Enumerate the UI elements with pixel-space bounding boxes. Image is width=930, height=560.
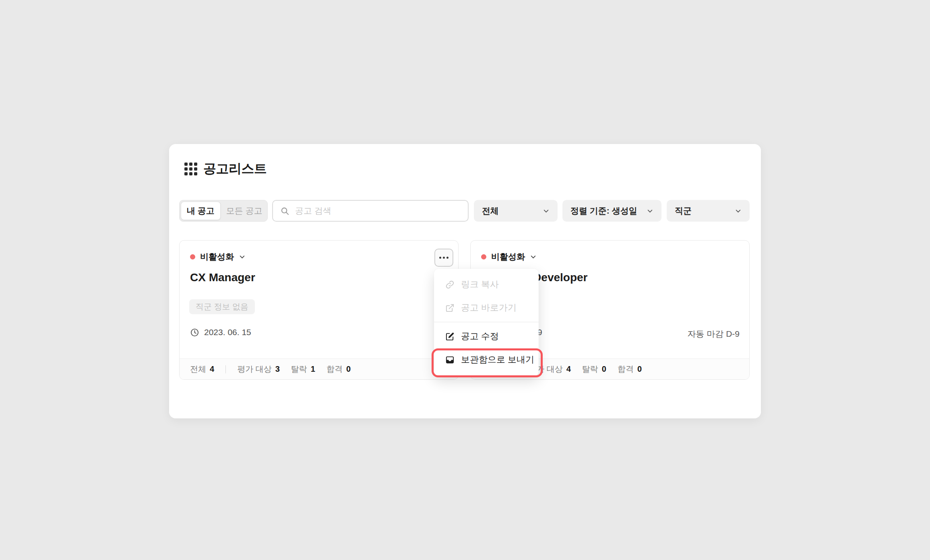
controls-row: 내 공고 모든 공고 전체 정렬 기준: 생성일 직군 bbox=[169, 200, 761, 222]
stat-reject: 탈락 1 bbox=[291, 364, 315, 375]
posting-card-cx-manager: 비활성화 CX Manager 직군 정보 없음 2023. 06. 15 전체… bbox=[179, 240, 459, 380]
stat-total-value: 4 bbox=[210, 364, 214, 374]
status-label: 비활성화 bbox=[491, 251, 525, 262]
menu-item-open-posting[interactable]: 공고 바로가기 bbox=[434, 296, 539, 319]
stat-reject-value: 0 bbox=[602, 364, 606, 374]
tab-all-postings-label: 모든 공고 bbox=[226, 205, 262, 216]
stat-eval-value: 4 bbox=[566, 364, 571, 374]
grid-icon bbox=[184, 162, 198, 176]
status-dropdown[interactable]: 비활성화 bbox=[481, 251, 537, 262]
chevron-down-icon bbox=[239, 253, 246, 260]
stat-divider bbox=[225, 365, 226, 373]
search-box[interactable] bbox=[272, 200, 469, 222]
card-stats-footer: 전체 4 평가 대상 3 탈락 1 합격 0 bbox=[180, 358, 458, 379]
status-label: 비활성화 bbox=[200, 251, 234, 262]
chevron-down-icon bbox=[543, 208, 550, 214]
filter-status-label: 전체 bbox=[482, 205, 499, 216]
stat-eval: 평가 대상 3 bbox=[237, 364, 280, 375]
chevron-down-icon bbox=[735, 208, 742, 214]
edit-icon bbox=[445, 332, 455, 341]
search-icon bbox=[280, 206, 289, 216]
menu-item-label: 공고 수정 bbox=[461, 330, 499, 342]
filter-sort-label: 정렬 기준: 생성일 bbox=[570, 205, 637, 216]
panel-header: 공고리스트 bbox=[184, 160, 267, 178]
menu-item-send-to-archive[interactable]: 보관함으로 보내기 bbox=[434, 348, 539, 371]
clock-icon bbox=[190, 328, 199, 337]
stat-reject-label: 탈락 bbox=[582, 364, 598, 375]
ellipsis-icon bbox=[446, 257, 448, 259]
auto-deadline-label: 자동 마감 D-9 bbox=[687, 328, 740, 340]
filter-jobgroup-label: 직군 bbox=[675, 205, 692, 216]
menu-item-label: 보관함으로 보내기 bbox=[461, 354, 534, 366]
stat-total-label: 전체 bbox=[190, 364, 206, 375]
stat-reject-label: 탈락 bbox=[291, 364, 307, 375]
stat-total: 전체 4 bbox=[190, 364, 214, 375]
tab-all-postings[interactable]: 모든 공고 bbox=[221, 202, 268, 220]
external-link-icon bbox=[445, 303, 455, 313]
link-icon bbox=[445, 280, 455, 289]
filter-jobgroup-select[interactable]: 직군 bbox=[667, 200, 750, 222]
posting-title: CX Manager bbox=[190, 271, 255, 284]
stat-pass-value: 0 bbox=[637, 364, 642, 374]
jobgroup-badge: 직군 정보 없음 bbox=[189, 299, 255, 314]
tab-my-postings-label: 내 공고 bbox=[187, 205, 215, 216]
status-dot-icon bbox=[190, 254, 195, 259]
menu-divider bbox=[434, 322, 539, 322]
stat-pass-label: 합격 bbox=[618, 364, 634, 375]
archive-inbox-icon bbox=[445, 355, 455, 364]
stat-pass: 합격 0 bbox=[327, 364, 351, 375]
search-input[interactable] bbox=[295, 206, 461, 216]
chevron-down-icon bbox=[530, 253, 537, 260]
menu-item-copy-link[interactable]: 링크 복사 bbox=[434, 273, 539, 296]
menu-item-label: 공고 바로가기 bbox=[461, 302, 517, 314]
ellipsis-icon bbox=[439, 257, 441, 259]
status-dot-icon bbox=[481, 254, 486, 259]
stat-reject-value: 1 bbox=[311, 364, 315, 374]
stat-eval-value: 3 bbox=[275, 364, 280, 374]
scope-tabs: 내 공고 모든 공고 bbox=[179, 200, 268, 222]
job-list-panel: 공고리스트 내 공고 모든 공고 전체 정렬 기준: 생성일 직군 bbox=[169, 144, 761, 418]
stat-pass-value: 0 bbox=[346, 364, 351, 374]
stat-pass-label: 합격 bbox=[327, 364, 343, 375]
filter-status-select[interactable]: 전체 bbox=[474, 200, 558, 222]
menu-item-label: 링크 복사 bbox=[461, 278, 499, 290]
chevron-down-icon bbox=[647, 208, 653, 214]
more-actions-button[interactable] bbox=[434, 249, 453, 267]
stat-eval-label: 평가 대상 bbox=[237, 364, 272, 375]
card-actions-menu: 링크 복사 공고 바로가기 공고 수정 보관함으로 보내기 bbox=[434, 269, 539, 376]
stat-reject: 탈락 0 bbox=[582, 364, 606, 375]
created-date: 2023. 06. 15 bbox=[204, 327, 251, 337]
menu-item-edit-posting[interactable]: 공고 수정 bbox=[434, 325, 539, 348]
filter-sort-select[interactable]: 정렬 기준: 생성일 bbox=[562, 200, 661, 222]
page-title: 공고리스트 bbox=[203, 160, 267, 178]
tab-my-postings[interactable]: 내 공고 bbox=[181, 202, 221, 220]
status-dropdown[interactable]: 비활성화 bbox=[190, 251, 246, 262]
created-date-row: 2023. 06. 15 bbox=[190, 327, 251, 338]
ellipsis-icon bbox=[443, 257, 445, 259]
stat-pass: 합격 0 bbox=[618, 364, 642, 375]
